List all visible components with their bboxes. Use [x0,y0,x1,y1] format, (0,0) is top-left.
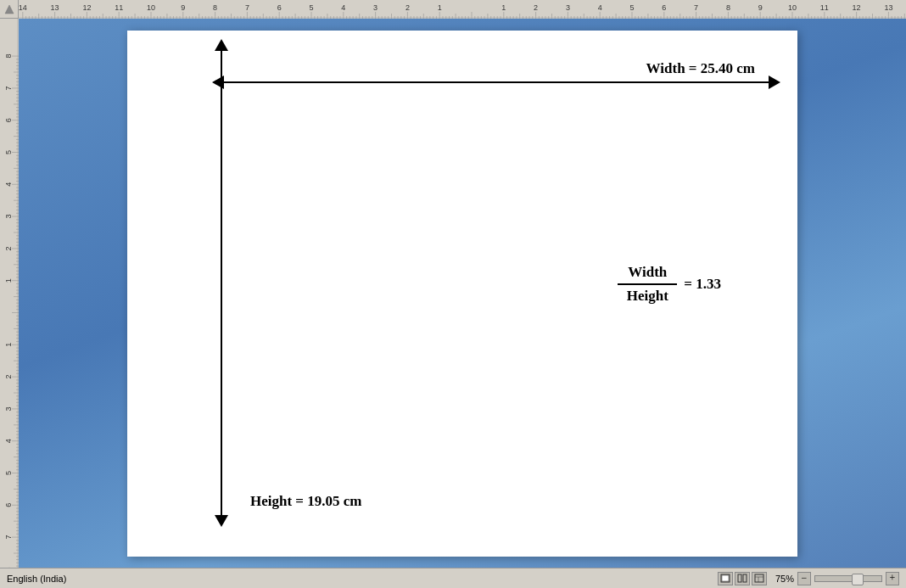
ruler-left-canvas [0,19,19,568]
corner-icon [3,3,15,15]
ruler-top [19,0,906,19]
fraction: Width Height [618,264,677,305]
svg-rect-4 [743,574,747,582]
svg-rect-5 [755,574,763,582]
height-label: Height = 19.05 cm [250,493,362,510]
svg-marker-0 [5,5,14,14]
content-area: Width = 25.40 cm Height = 19.05 cm Width… [19,19,906,568]
zoom-plus-button[interactable]: + [886,572,899,585]
status-bar: English (India) [0,568,906,588]
ruler-top-canvas [19,0,906,19]
fraction-display: Width Height = 1.33 [618,264,721,305]
status-right: 75% − + [718,572,899,585]
fraction-denominator: Height [627,285,668,305]
fraction-result: = 1.33 [684,276,721,293]
full-reading-icon[interactable] [735,572,750,585]
web-layout-icon[interactable] [752,572,767,585]
width-label: Width = 25.40 cm [646,60,755,77]
zoom-level: 75% [775,574,794,584]
svg-rect-3 [738,574,741,582]
print-layout-icon[interactable] [718,572,733,585]
width-arrow [221,81,772,83]
fraction-numerator: Width [628,264,667,283]
ruler-corner [0,0,19,19]
ruler-left [0,19,19,568]
height-arrow [221,48,222,518]
document-page: Width = 25.40 cm Height = 19.05 cm Width… [127,31,797,557]
view-icons [718,572,767,585]
language-indicator: English (India) [7,574,66,584]
zoom-minus-button[interactable]: − [797,572,811,585]
svg-rect-2 [722,575,729,581]
zoom-slider[interactable] [814,575,882,582]
